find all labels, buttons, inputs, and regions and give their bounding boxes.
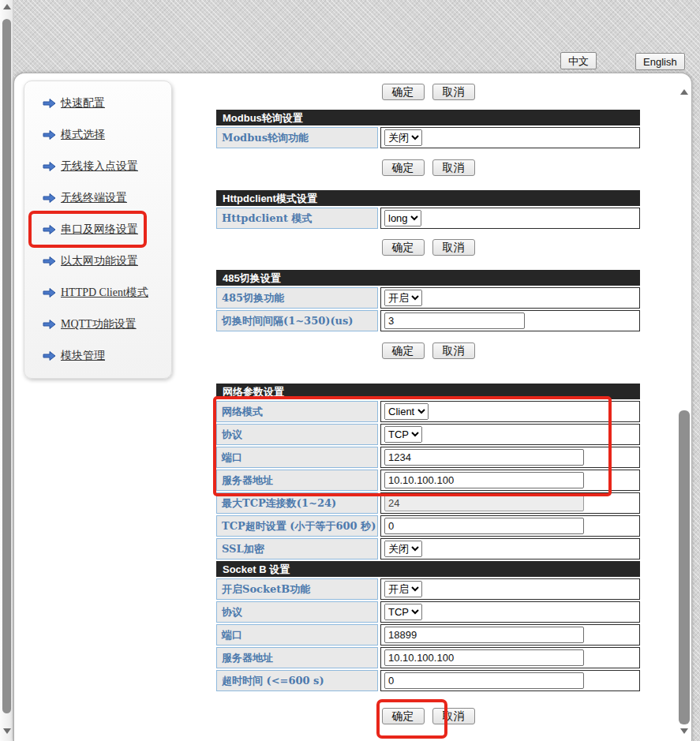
table-row: 服务器地址 (216, 647, 640, 668)
modbus-button-row: 确定 取消 (216, 159, 640, 176)
field-label: 服务器地址 (216, 647, 378, 668)
sidebar-item-ethernet-settings[interactable]: 以太网功能设置 (24, 245, 171, 277)
modbus-settings-table: Modbus轮询设置 Modbus轮询功能 关闭 (216, 110, 640, 148)
ok-button[interactable]: 确定 (382, 84, 425, 100)
httpdclient-mode-select[interactable]: long (384, 210, 421, 226)
section-title: Socket B 设置 (216, 561, 640, 577)
field-label: 485切换功能 (216, 287, 378, 309)
arrow-icon (43, 98, 56, 109)
table-row: 协议 TCP (216, 601, 640, 623)
protocol-select[interactable]: TCP (384, 426, 422, 443)
rs485-switch-select[interactable]: 开启 (384, 290, 422, 306)
scroll-up-icon[interactable] (680, 89, 688, 95)
left-scrollbar[interactable] (0, 0, 13, 741)
field-label: 端口 (216, 447, 378, 468)
socketb-port-input[interactable] (384, 627, 584, 643)
sidebar-item-mode-select[interactable]: 模式选择 (24, 119, 171, 151)
sidebar-item-label: 模块管理 (61, 349, 105, 363)
field-label: Httpdclient 模式 (216, 208, 378, 229)
top-button-row: 确定 取消 (216, 84, 640, 100)
sidebar-item-label: 以太网功能设置 (61, 254, 138, 268)
table-row: 端口 (216, 624, 640, 646)
cancel-button[interactable]: 取消 (432, 159, 475, 176)
rs485-settings-table: 485切换设置 485切换功能 开启 切换时间间隔(1~350)(us) (216, 270, 640, 331)
sidebar-item-module-management[interactable]: 模块管理 (24, 340, 171, 372)
field-label: 端口 (216, 624, 378, 646)
port-input[interactable] (384, 449, 584, 466)
modbus-poll-select[interactable]: 关闭 (384, 129, 422, 146)
field-label: 协议 (216, 424, 378, 445)
sidebar-item-label: 无线终端设置 (61, 191, 127, 205)
field-label: 超时时间 (<=600 s) (216, 670, 378, 691)
scroll-down-icon[interactable] (680, 728, 688, 734)
table-row: 服务器地址 (216, 470, 640, 491)
switch-interval-input[interactable] (384, 312, 525, 329)
ssl-encryption-select[interactable]: 关闭 (384, 541, 422, 557)
sidebar-item-label: 模式选择 (61, 128, 105, 142)
sidebar: 快速配置 模式选择 无线接入点设置 无线终端设置 串口及网络设置 以太网功能设置… (24, 80, 172, 379)
httpdclient-settings-table: Httpdclient模式设置 Httpdclient 模式 long (216, 190, 640, 229)
cancel-button[interactable]: 取消 (432, 239, 475, 256)
table-row: Modbus轮询功能 关闭 (216, 127, 640, 148)
socketb-server-address-input[interactable] (384, 649, 584, 666)
arrow-icon (43, 287, 56, 298)
table-row: 协议 TCP (216, 424, 640, 445)
rs485-button-row: 确定 取消 (216, 342, 640, 359)
tcp-timeout-input[interactable] (384, 518, 584, 534)
socketb-enable-select[interactable]: 开启 (384, 581, 422, 597)
ok-button[interactable]: 确定 (382, 159, 425, 176)
arrow-icon (43, 193, 56, 204)
ok-button[interactable]: 确定 (382, 342, 425, 359)
left-scrollbar-thumb[interactable] (2, 19, 11, 713)
table-row: 端口 (216, 447, 640, 468)
chinese-language-button[interactable]: 中文 (560, 52, 597, 69)
table-row: 485切换功能 开启 (216, 287, 640, 309)
sidebar-item-serial-network-settings[interactable]: 串口及网络设置 (24, 214, 171, 245)
arrow-icon (43, 319, 56, 330)
sidebar-item-wireless-sta-settings[interactable]: 无线终端设置 (24, 182, 171, 214)
sidebar-item-quick-config[interactable]: 快速配置 (24, 88, 171, 119)
settings-content: 确定 取消 Modbus轮询设置 Modbus轮询功能 关闭 确定 取消 Htt… (216, 84, 640, 724)
arrow-icon (43, 129, 56, 140)
table-row: TCP超时设置 (小于等于600 秒) (216, 515, 640, 537)
section-title: 485切换设置 (216, 270, 640, 286)
arrow-icon (43, 224, 56, 235)
server-address-input[interactable] (384, 472, 584, 488)
sidebar-item-wireless-ap-settings[interactable]: 无线接入点设置 (24, 151, 171, 182)
cancel-button[interactable]: 取消 (432, 342, 475, 359)
socketb-timeout-input[interactable] (384, 672, 584, 689)
arrow-icon (43, 256, 56, 267)
sidebar-item-label: 无线接入点设置 (61, 159, 138, 174)
cancel-button[interactable]: 取消 (432, 708, 475, 724)
table-row: 最大TCP连接数(1~24) (216, 492, 640, 514)
content-scrollbar-thumb[interactable] (679, 410, 690, 724)
ok-button[interactable]: 确定 (382, 708, 425, 724)
table-row: 网络模式 Client (216, 401, 640, 422)
sidebar-item-label: 快速配置 (61, 96, 105, 110)
max-tcp-connections-input (384, 495, 584, 511)
scroll-up-icon[interactable] (3, 4, 11, 9)
sidebar-item-httpd-client-mode[interactable]: HTTPD Client模式 (24, 277, 171, 309)
field-label: 协议 (216, 601, 378, 623)
field-label: 网络模式 (216, 401, 378, 422)
sidebar-item-mqtt-settings[interactable]: MQTT功能设置 (24, 309, 171, 340)
socketb-protocol-select[interactable]: TCP (384, 604, 422, 620)
sidebar-item-label: MQTT功能设置 (61, 317, 137, 331)
network-settings-table: 网络参数设置 网络模式 Client 协议 TCP 端口 服务器地址 (216, 384, 640, 691)
english-language-button[interactable]: English (635, 53, 685, 70)
ok-button[interactable]: 确定 (382, 239, 425, 256)
network-mode-select[interactable]: Client (384, 403, 429, 420)
field-label: 开启SocketB功能 (216, 578, 378, 600)
table-row: SSL加密 关闭 (216, 538, 640, 559)
scroll-down-icon[interactable] (3, 728, 11, 734)
field-label: 最大TCP连接数(1~24) (216, 492, 378, 514)
cancel-button[interactable]: 取消 (432, 84, 475, 100)
section-title: Httpdclient模式设置 (216, 190, 640, 206)
field-label: TCP超时设置 (小于等于600 秒) (216, 515, 378, 537)
table-row: Httpdclient 模式 long (216, 208, 640, 229)
field-label: 切换时间间隔(1~350)(us) (216, 310, 378, 331)
sidebar-item-label: HTTPD Client模式 (61, 286, 148, 300)
httpdclient-button-row: 确定 取消 (216, 239, 640, 256)
network-button-row: 确定 取消 (216, 708, 640, 724)
arrow-icon (43, 350, 56, 361)
